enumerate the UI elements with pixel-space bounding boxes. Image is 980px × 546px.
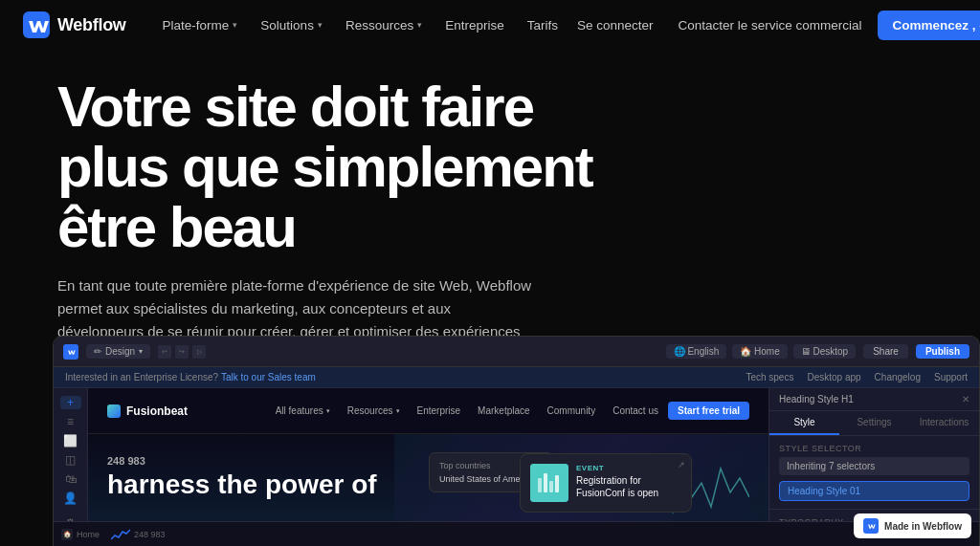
editor-publish-button[interactable]: Publish <box>916 344 969 359</box>
editor-bottom-bar: 🏠 Home 248 983 <box>54 521 979 546</box>
desktop-app-link[interactable]: Desktop app <box>807 372 860 382</box>
editor-notice-right: Tech specs Desktop app Changelog Support <box>746 372 968 382</box>
tab-interactions[interactable]: Interactions <box>909 411 979 435</box>
editor-topbar: ✏ Design ▾ ↩ ↪ ▷ 🌐 English <box>54 337 979 367</box>
event-title: Registration for FusionConf is open <box>576 474 681 499</box>
site-nav-cta[interactable]: Start free trial <box>668 402 749 420</box>
svg-rect-5 <box>555 475 559 492</box>
pencil-icon: ✏ <box>94 346 101 357</box>
sidebar-add-icon[interactable]: + <box>60 396 81 409</box>
chevron-down-icon: ▾ <box>139 347 143 356</box>
event-badge: EVENT <box>576 464 681 472</box>
chevron-down-icon: ▾ <box>233 20 237 30</box>
nav-item-plateforme[interactable]: Plate-forme ▾ <box>153 12 248 38</box>
desktop-icon: 🖥 <box>801 346 811 357</box>
tab-settings[interactable]: Settings <box>839 411 909 435</box>
site-logo: Fusionbeat <box>107 404 188 418</box>
editor-share-button[interactable]: Share <box>863 344 908 359</box>
sidebar-cms-icon[interactable]: ◫ <box>60 453 81 467</box>
editor-screenshot: ✏ Design ▾ ↩ ↪ ▷ 🌐 English <box>53 336 980 546</box>
nav-se-connecter[interactable]: Se connecter <box>568 12 663 38</box>
site-nav-resources[interactable]: Resources ▾ <box>340 402 408 420</box>
hero-title: Votre site doit faire plus que simplemen… <box>57 76 651 257</box>
sidebar-ecom-icon[interactable]: 🛍 <box>60 472 81 486</box>
editor-toolbar-icon1[interactable]: ↩ <box>158 345 171 359</box>
sidebar-users-icon[interactable]: 👤 <box>60 491 81 505</box>
analytics-stat: 248 983 <box>111 528 166 541</box>
chevron-icon: ▾ <box>326 407 330 415</box>
nav-item-entreprise[interactable]: Entreprise <box>435 12 514 38</box>
editor-canvas: Fusionbeat All features ▾ Resources ▾ <box>88 388 768 521</box>
changelog-link[interactable]: Changelog <box>875 372 921 382</box>
chevron-down-icon: ▾ <box>417 20 422 30</box>
editor-toolbar-icon2[interactable]: ↪ <box>175 345 189 359</box>
globe-icon: 🌐 <box>674 346 685 357</box>
editor-home-pill[interactable]: 🏠 Home <box>732 344 787 359</box>
made-in-webflow-badge[interactable]: Made in Webflow <box>854 513 971 538</box>
nav-cta-button[interactable]: Commencez , c'est gratuit <box>878 11 980 40</box>
home-icon: 🏠 <box>61 529 73 540</box>
nav-right: Se connecter Contacter le service commer… <box>568 11 980 40</box>
event-popup-content: EVENT Registration for FusionConf is ope… <box>576 464 681 502</box>
svg-rect-2 <box>538 478 542 492</box>
site-hero-text: 248 983 harness the power of <box>107 455 377 500</box>
editor-main: + ≡ ⬜ ◫ 🛍 👤 ⚙ Fusionbeat <box>54 388 979 521</box>
home-icon: 🏠 <box>740 346 751 357</box>
panel-style-section: Style selector Inheriting 7 selectors He… <box>769 436 979 510</box>
editor-logo-icon <box>63 344 78 360</box>
editor-right-panel: Heading Style H1 ✕ Style Settings Intera… <box>768 388 979 521</box>
external-link-icon[interactable]: ↗ <box>678 460 685 470</box>
chart-icon <box>111 528 130 541</box>
panel-style-selector-label: Style selector <box>779 444 969 453</box>
site-nav-community[interactable]: Community <box>540 402 604 420</box>
editor-toolbar-icon3[interactable]: ▷ <box>192 345 206 359</box>
sidebar-assets-icon[interactable]: ⬜ <box>60 434 81 448</box>
main-nav: Webflow Plate-forme ▾ Solutions ▾ Ressou… <box>0 0 980 50</box>
panel-selector-sub: Inheriting 7 selectors <box>779 457 969 475</box>
nav-logo-text: Webflow <box>57 15 126 35</box>
site-nav-all-features[interactable]: All features ▾ <box>268 402 338 420</box>
site-nav: Fusionbeat All features ▾ Resources ▾ <box>88 388 768 434</box>
svg-rect-4 <box>549 481 553 492</box>
nav-item-tarifs[interactable]: Tarifs <box>518 12 568 38</box>
site-nav-links: All features ▾ Resources ▾ Enterprise Ma… <box>268 402 749 420</box>
site-logo-icon <box>107 404 121 418</box>
panel-heading-row: Heading Style H1 ✕ <box>769 388 979 411</box>
editor-desktop-pill[interactable]: 🖥 Desktop <box>793 344 856 359</box>
tab-style[interactable]: Style <box>769 411 839 435</box>
close-icon[interactable]: ✕ <box>962 394 969 404</box>
editor-wrapper: ✏ Design ▾ ↩ ↪ ▷ 🌐 English <box>54 337 979 546</box>
editor-lang-pill[interactable]: 🌐 English <box>666 344 727 359</box>
chevron-icon: ▾ <box>396 407 400 415</box>
panel-tabs: Style Settings Interactions <box>769 411 979 436</box>
nav-item-ressources[interactable]: Ressources ▾ <box>336 12 432 38</box>
hero-stat: 248 983 <box>107 455 377 467</box>
chevron-down-icon: ▾ <box>318 20 323 30</box>
editor-notice-bar: Interested in an Enterprise License? Tal… <box>54 367 979 388</box>
nav-contact-commercial[interactable]: Contacter le service commercial <box>669 12 872 38</box>
site-nav-contact[interactable]: Contact us <box>605 402 666 420</box>
panel-selector-highlight[interactable]: Heading Style 01 <box>779 481 969 501</box>
webflow-icon <box>863 518 879 534</box>
nav-item-solutions[interactable]: Solutions ▾ <box>251 12 332 38</box>
editor-notice-link[interactable]: Talk to our Sales team <box>221 372 316 382</box>
nav-items: Plate-forme ▾ Solutions ▾ Ressources ▾ E… <box>153 12 568 38</box>
nav-logo[interactable]: Webflow <box>23 11 126 38</box>
editor-design-tab[interactable]: ✏ Design ▾ <box>86 344 150 359</box>
sidebar-layers-icon[interactable]: ≡ <box>60 415 81 428</box>
event-popup: EVENT Registration for FusionConf is ope… <box>520 453 692 513</box>
svg-rect-3 <box>544 473 547 492</box>
editor-left-sidebar: + ≡ ⬜ ◫ 🛍 👤 ⚙ <box>54 388 88 521</box>
site-nav-marketplace[interactable]: Marketplace <box>470 402 537 420</box>
site-inner: Fusionbeat All features ▾ Resources ▾ <box>88 388 768 521</box>
tech-specs-link[interactable]: Tech specs <box>746 372 793 382</box>
site-nav-enterprise[interactable]: Enterprise <box>410 402 469 420</box>
home-indicator: 🏠 Home <box>61 529 100 540</box>
support-link[interactable]: Support <box>934 372 968 382</box>
event-popup-image <box>530 464 568 502</box>
